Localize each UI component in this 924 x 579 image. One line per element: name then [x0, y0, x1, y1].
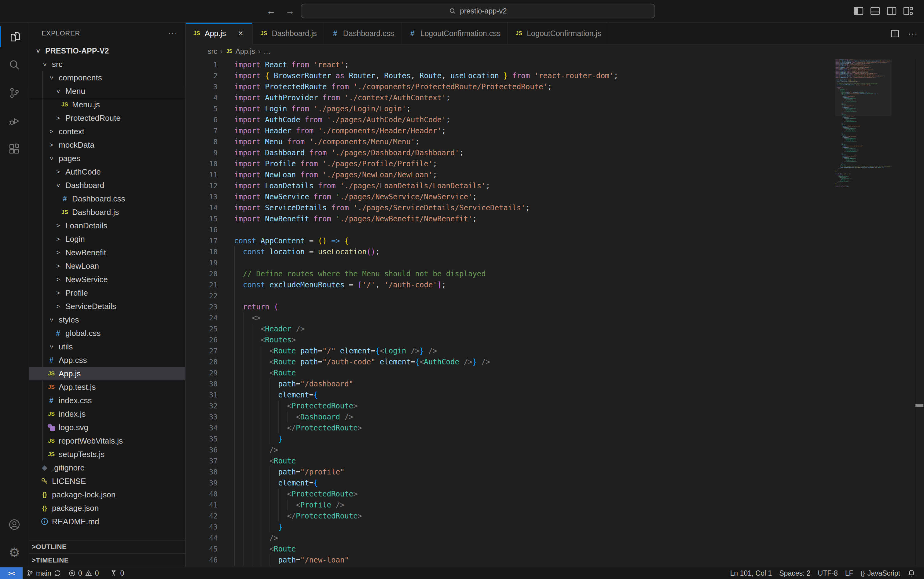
- code-line-15[interactable]: 15import NewBenefit from './pages/NewBen…: [186, 213, 826, 224]
- code-line-32[interactable]: 32<ProtectedRoute>: [186, 401, 826, 412]
- code-line-46[interactable]: 46path="/new-loan": [186, 554, 826, 566]
- code-line-31[interactable]: 31element={: [186, 389, 826, 401]
- layout-customize-icon[interactable]: [903, 7, 913, 16]
- activity-settings-icon[interactable]: ⚙: [0, 539, 29, 567]
- tree-folder-context[interactable]: >context: [29, 125, 185, 138]
- tree-folder-newbenefit[interactable]: >NewBenefit: [29, 246, 185, 259]
- tree-file-global.css[interactable]: #global.css: [29, 327, 185, 340]
- chevron-right-icon[interactable]: >: [53, 263, 63, 270]
- layout-sidebar-left-icon[interactable]: [854, 7, 864, 16]
- tree-file-setuptests.js[interactable]: JSsetupTests.js: [29, 448, 185, 461]
- tree-file-menu.js[interactable]: JSMenu.js: [29, 98, 185, 111]
- minimap[interactable]: import React from 'react';import { Brows…: [835, 59, 891, 567]
- code-line-37[interactable]: 37<Route: [186, 455, 826, 466]
- code-line-9[interactable]: 9import Dashboard from './pages/Dashboar…: [186, 147, 826, 159]
- code-line-22[interactable]: 22: [186, 290, 826, 301]
- code-line-20[interactable]: 20// Define routes where the Menu should…: [186, 268, 826, 280]
- chevron-right-icon[interactable]: >: [53, 236, 63, 243]
- chevron-down-icon[interactable]: >: [48, 342, 55, 352]
- tab-dashboard-js[interactable]: JSDashboard.js: [253, 23, 324, 44]
- chevron-down-icon[interactable]: >: [55, 86, 62, 96]
- tree-folder-mockdata[interactable]: >mockData: [29, 138, 185, 152]
- tree-folder-prestio-app-v2[interactable]: >PRESTIO-APP-V2: [29, 44, 185, 57]
- code-line-33[interactable]: 33<Dashboard />: [186, 412, 826, 422]
- code-line-30[interactable]: 30path="/dashboard": [186, 378, 826, 389]
- code-line-44[interactable]: 44/>: [186, 533, 826, 543]
- tree-file-license[interactable]: LICENSE: [29, 474, 185, 488]
- code-line-36[interactable]: 36/>: [186, 445, 826, 455]
- activity-search-icon[interactable]: [0, 51, 29, 79]
- chevron-down-icon[interactable]: >: [48, 73, 55, 83]
- chevron-right-icon[interactable]: >: [53, 249, 63, 256]
- chevron-down-icon[interactable]: >: [48, 315, 55, 325]
- code-line-28[interactable]: 28<Route path="/auth-code" element={<Aut…: [186, 357, 826, 368]
- tab-logoutconfirmation-js[interactable]: JSLogoutConfirmation.js: [508, 23, 608, 44]
- explorer-more-actions-icon[interactable]: ···: [168, 29, 178, 38]
- chevron-right-icon[interactable]: >: [53, 303, 63, 310]
- close-icon[interactable]: ×: [235, 28, 245, 38]
- tree-file-index.js[interactable]: JSindex.js: [29, 407, 185, 420]
- more-actions-icon[interactable]: ···: [908, 29, 918, 39]
- tree-folder-src[interactable]: >src: [29, 57, 185, 71]
- code-line-8[interactable]: 8import Menu from './components/Menu/Men…: [186, 136, 826, 147]
- remote-indicator[interactable]: ><: [0, 568, 23, 579]
- split-editor-icon[interactable]: [890, 29, 900, 38]
- code-line-13[interactable]: 13import NewService from './pages/NewSer…: [186, 191, 826, 202]
- code-line-17[interactable]: 17const AppContent = () => {: [186, 236, 826, 246]
- breadcrumb-item-src[interactable]: src: [208, 47, 217, 56]
- tree-file-app.test.js[interactable]: JSApp.test.js: [29, 380, 185, 394]
- code-line-29[interactable]: 29<Route: [186, 368, 826, 378]
- code-line-18[interactable]: 18const location = useLocation();: [186, 246, 826, 257]
- activity-explorer-icon[interactable]: [0, 23, 29, 51]
- status-utf-8[interactable]: UTF-8: [814, 569, 841, 577]
- code-line-34[interactable]: 34</ProtectedRoute>: [186, 422, 826, 433]
- layout-panel-icon[interactable]: [870, 7, 880, 16]
- breadcrumb-item-[interactable]: …: [264, 47, 271, 56]
- code-line-40[interactable]: 40<ProtectedRoute>: [186, 489, 826, 499]
- code-line-23[interactable]: 23return (: [186, 301, 826, 312]
- activity-source-control-icon[interactable]: [0, 79, 29, 107]
- chevron-right-icon[interactable]: >: [53, 290, 63, 296]
- code-line-3[interactable]: 3import ProtectedRoute from './component…: [186, 81, 826, 92]
- activity-account-icon[interactable]: [0, 510, 29, 539]
- command-center-search[interactable]: prestio-app-v2: [301, 4, 655, 18]
- code-line-41[interactable]: 41<Profile />: [186, 499, 826, 510]
- code-line-38[interactable]: 38path="/profile": [186, 466, 826, 478]
- layout-sidebar-right-icon[interactable]: [887, 7, 896, 16]
- tree-file-app.js[interactable]: JSApp.js: [29, 367, 185, 380]
- code-line-7[interactable]: 7import Header from './components/Header…: [186, 125, 826, 136]
- activity-run-debug-icon[interactable]: [0, 107, 29, 135]
- tab-dashboard-css[interactable]: #Dashboard.css: [324, 23, 402, 44]
- tree-folder-loandetails[interactable]: >LoanDetails: [29, 219, 185, 232]
- code-line-11[interactable]: 11import NewLoan from './pages/NewLoan/N…: [186, 169, 826, 180]
- code-line-42[interactable]: 42</ProtectedRoute>: [186, 510, 826, 522]
- breadcrumb-item-app.js[interactable]: JSApp.js: [226, 46, 255, 56]
- ports-item[interactable]: 0: [106, 568, 128, 579]
- tree-folder-login[interactable]: >Login: [29, 232, 185, 246]
- chevron-down-icon[interactable]: >: [55, 180, 62, 190]
- tree-file-package.json[interactable]: {}package.json: [29, 501, 185, 515]
- code-line-4[interactable]: 4import AuthProvider from './context/Aut…: [186, 92, 826, 103]
- status-lf[interactable]: LF: [841, 569, 857, 577]
- tree-file-app.css[interactable]: #App.css: [29, 353, 185, 367]
- code-editor[interactable]: 1import React from 'react';2import { Bro…: [186, 58, 924, 567]
- explorer-section-timeline[interactable]: >TIMELINE: [29, 553, 185, 567]
- code-line-26[interactable]: 26<Routes>: [186, 334, 826, 345]
- tree-file-readme.md[interactable]: iREADME.md: [29, 515, 185, 528]
- code-line-21[interactable]: 21const excludeMenuRoutes = ['/', '/auth…: [186, 280, 826, 290]
- tree-file-reportwebvitals.js[interactable]: JSreportWebVitals.js: [29, 434, 185, 448]
- tree-folder-menu[interactable]: >Menu: [29, 84, 185, 98]
- code-line-5[interactable]: 5import Login from './pages/Login/Login'…: [186, 103, 826, 114]
- tree-folder-dashboard[interactable]: >Dashboard: [29, 178, 185, 192]
- code-line-2[interactable]: 2import { BrowserRouter as Router, Route…: [186, 70, 826, 81]
- tree-file-index.css[interactable]: #index.css: [29, 394, 185, 407]
- nav-back-icon[interactable]: ←: [266, 6, 276, 16]
- tree-folder-newservice[interactable]: >NewService: [29, 273, 185, 286]
- code-line-1[interactable]: 1import React from 'react';: [186, 59, 826, 70]
- tree-folder-pages[interactable]: >pages: [29, 152, 185, 165]
- code-line-45[interactable]: 45<Route: [186, 543, 826, 554]
- nav-forward-icon[interactable]: →: [286, 6, 295, 16]
- tree-folder-utils[interactable]: >utils: [29, 340, 185, 353]
- code-line-12[interactable]: 12import LoanDetails from './pages/LoanD…: [186, 180, 826, 191]
- code-line-27[interactable]: 27<Route path="/" element={<Login />} />: [186, 345, 826, 357]
